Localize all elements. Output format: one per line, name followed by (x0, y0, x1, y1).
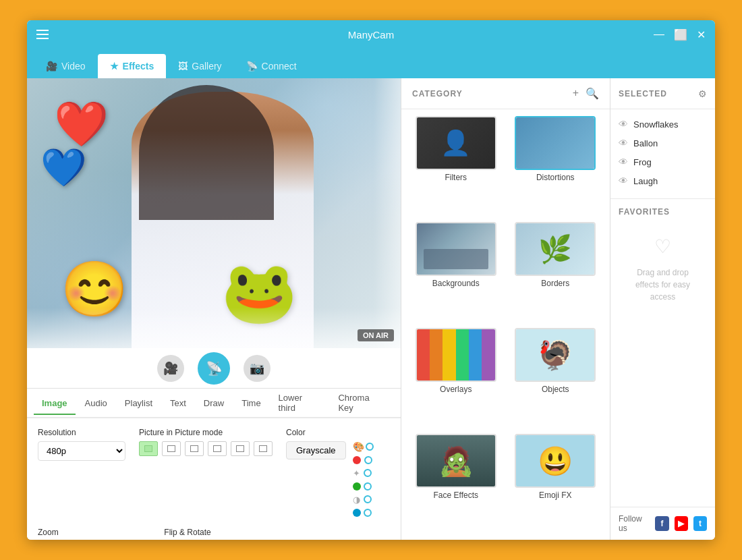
contrast-slider[interactable] (366, 499, 370, 501)
face2-label: Emoji FX (539, 491, 572, 500)
category-item-backgrounds[interactable]: Backgrounds (409, 222, 503, 321)
brightness-icon: ✦ (353, 468, 360, 478)
category-item-face1[interactable]: 🧟 Face Effects (409, 434, 503, 533)
title-bar: ManyCam — ⬜ ✕ (27, 20, 715, 49)
category-item-filters[interactable]: 👤 Filters (409, 116, 503, 215)
menu-button[interactable] (36, 30, 49, 39)
tab-audio[interactable]: Audio (77, 393, 115, 415)
category-item-overlays[interactable]: Overlays (409, 328, 503, 427)
borders-label: Borders (541, 279, 569, 288)
tab-text[interactable]: Text (162, 393, 194, 415)
pip-btn-half[interactable] (231, 441, 250, 456)
red-slider[interactable] (366, 459, 370, 461)
brightness-slider[interactable] (366, 472, 370, 474)
backgrounds-label: Backgrounds (432, 279, 480, 288)
facebook-icon[interactable]: f (655, 516, 668, 531)
minimize-button[interactable]: — (654, 28, 664, 41)
pip-btn-side[interactable] (208, 441, 227, 456)
left-panel: ❤️ 💙 😊 🐸 ON AIR 🎥 📡 📷 (27, 78, 401, 540)
snow-border (27, 308, 401, 348)
add-category-button[interactable]: + (573, 87, 579, 100)
settings-row-2: Zoom − + Flip & Rotate ↩ ↪ ↔ (38, 528, 390, 540)
blue-slider[interactable] (366, 512, 370, 514)
tab-playlist[interactable]: Playlist (117, 393, 161, 415)
favorites-empty: ♡ Drag and drop effects for easy access (619, 222, 707, 314)
distortions-label: Distortions (536, 173, 575, 182)
objects-label: Objects (542, 385, 569, 394)
nav-tab-gallery[interactable]: 🖼 Gallery (166, 54, 233, 78)
main-content: ❤️ 💙 😊 🐸 ON AIR 🎥 📡 📷 (27, 78, 715, 540)
effects-star-icon: ★ (110, 61, 119, 72)
selected-title: SELECTED (619, 89, 667, 99)
eye-icon-laugh: 👁 (619, 175, 628, 186)
rgb-icon: 🎨 (353, 441, 364, 452)
selected-list: 👁 Snowflakes 👁 Ballon 👁 Frog 👁 Laugh (610, 109, 715, 196)
right-panel: SELECTED ⚙ 👁 Snowflakes 👁 Ballon 👁 Frog … (610, 78, 715, 540)
preview-area: ❤️ 💙 😊 🐸 ON AIR (27, 78, 401, 348)
tab-draw[interactable]: Draw (196, 393, 232, 415)
category-item-distortions[interactable]: Distortions (509, 116, 602, 215)
stream-button[interactable]: 📡 (198, 352, 230, 385)
green-slider[interactable] (366, 486, 370, 488)
blue-dot (353, 509, 361, 517)
window-title: ManyCam (348, 29, 394, 40)
close-button[interactable]: ✕ (697, 28, 706, 41)
maximize-button[interactable]: ⬜ (674, 28, 687, 41)
category-header-icons: + 🔍 (573, 87, 599, 100)
zoom-label: Zoom (38, 528, 150, 537)
tab-image[interactable]: Image (34, 393, 76, 415)
snow-border-right (374, 78, 401, 348)
connect-icon: 📡 (246, 61, 258, 72)
tab-time[interactable]: Time (233, 393, 268, 415)
gallery-icon: 🖼 (178, 61, 188, 72)
nav-tab-connect[interactable]: 📡 Connect (234, 54, 309, 78)
heart-blue-effect: 💙 (40, 146, 87, 190)
pip-btn-full[interactable] (139, 441, 158, 456)
app-window: ManyCam — ⬜ ✕ 🎥 Video ★ Effects 🖼 Galler… (27, 20, 715, 540)
filter-icon[interactable]: ⚙ (698, 88, 707, 99)
green-row (353, 482, 370, 491)
grayscale-button[interactable]: Grayscale (286, 441, 346, 459)
selected-header: SELECTED ⚙ (610, 78, 715, 109)
borders-thumb: 🌿 (515, 222, 596, 276)
category-item-borders[interactable]: 🌿 Borders (509, 222, 602, 321)
pip-btn-quad[interactable] (254, 441, 273, 456)
category-title: CATEGORY (412, 89, 463, 99)
color-group: Color Grayscale 🎨 (286, 428, 390, 517)
middle-panel: CATEGORY + 🔍 👤 Filters (401, 78, 610, 540)
pip-btn-tr[interactable] (185, 441, 204, 456)
settings-row-1: Resolution 480p 720p 1080p Picture in Pi… (38, 428, 390, 517)
tab-chroma-key[interactable]: Chroma Key (330, 387, 394, 420)
category-header: CATEGORY + 🔍 (401, 78, 610, 109)
pip-btn-tl[interactable] (162, 441, 181, 456)
selected-item-snowflakes[interactable]: 👁 Snowflakes (610, 115, 715, 134)
eye-icon-ballon: 👁 (619, 138, 628, 148)
selected-item-laugh[interactable]: 👁 Laugh (610, 171, 715, 190)
backgrounds-thumb (416, 222, 496, 276)
twitter-icon[interactable]: t (693, 516, 707, 531)
snapshot-button[interactable]: 📷 (244, 355, 270, 382)
face1-label: Face Effects (434, 491, 478, 500)
tab-lower-third[interactable]: Lower third (270, 387, 329, 420)
zoom-group: Zoom − + (38, 528, 150, 540)
nav-tab-effects[interactable]: ★ Effects (98, 54, 167, 78)
social-footer: Follow us f ▶ t (610, 507, 715, 540)
category-item-face2[interactable]: 😃 Emoji FX (509, 434, 602, 533)
nav-tab-video[interactable]: 🎥 Video (34, 54, 98, 78)
pip-buttons (139, 441, 273, 456)
nav-bar: 🎥 Video ★ Effects 🖼 Gallery 📡 Connect (27, 49, 715, 78)
rgb-row: 🎨 (353, 441, 370, 452)
youtube-icon[interactable]: ▶ (675, 516, 688, 531)
selected-item-ballon[interactable]: 👁 Ballon (610, 134, 715, 152)
search-category-button[interactable]: 🔍 (586, 87, 599, 100)
bottom-tabs: Image Audio Playlist Text Draw Time (27, 389, 401, 418)
eye-icon-frog: 👁 (619, 157, 628, 167)
category-item-objects[interactable]: 🦃 Objects (509, 328, 602, 427)
favorites-section: FAVORITES ♡ Drag and drop effects for ea… (610, 202, 715, 319)
red-row (353, 456, 370, 464)
resolution-select[interactable]: 480p 720p 1080p (38, 441, 125, 461)
selected-item-frog[interactable]: 👁 Frog (610, 152, 715, 171)
favorites-title: FAVORITES (619, 207, 707, 217)
camera-button[interactable]: 🎥 (157, 355, 184, 382)
red-dot (353, 456, 361, 464)
